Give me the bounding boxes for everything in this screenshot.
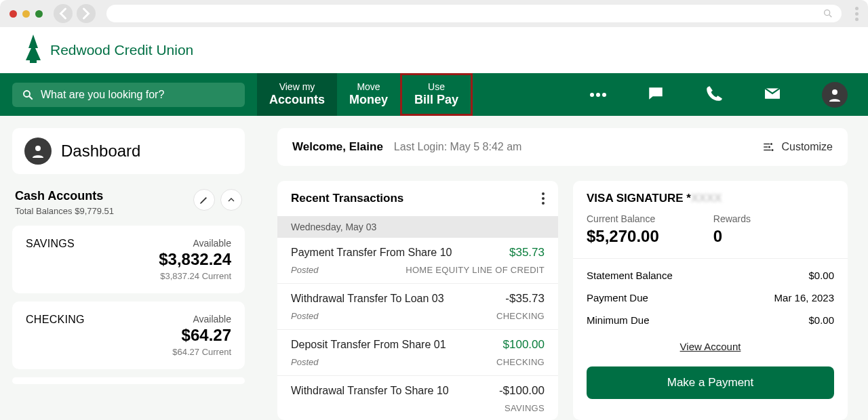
mail-icon[interactable] xyxy=(764,85,781,105)
brand-name: Redwood Credit Union xyxy=(50,42,193,58)
rewards-value: 0 xyxy=(713,227,751,246)
current-balance-label: Current Balance xyxy=(587,213,659,224)
browser-menu-icon[interactable] xyxy=(855,7,859,21)
window-controls xyxy=(9,10,43,18)
account-card-checking[interactable]: CHECKING Available $64.27 $64.27 Current xyxy=(12,301,245,369)
svg-point-5 xyxy=(35,146,41,151)
primary-nav: What are you looking for? View my Accoun… xyxy=(0,73,868,116)
back-button[interactable] xyxy=(54,4,73,23)
transaction-row[interactable]: Withdrawal Transfer To Share 10 -$100.00… xyxy=(277,376,558,420)
dashboard-title: Dashboard xyxy=(61,142,140,161)
account-card-savings[interactable]: SAVINGS Available $3,832.24 $3,837.24 Cu… xyxy=(12,226,245,293)
search-placeholder: What are you looking for? xyxy=(41,89,164,101)
chevron-up-icon xyxy=(226,194,237,205)
search-icon xyxy=(823,8,833,19)
rewards-label: Rewards xyxy=(713,213,751,224)
recent-transactions-panel: Recent Transactions Wednesday, May 03 Pa… xyxy=(277,181,558,420)
panel-menu-icon[interactable] xyxy=(542,192,545,205)
make-payment-button[interactable]: Make a Payment xyxy=(587,366,834,399)
person-icon xyxy=(24,138,52,165)
transaction-date: Wednesday, May 03 xyxy=(277,216,558,238)
brand-logo[interactable]: Redwood Credit Union xyxy=(23,35,193,66)
last-login: Last Login: May 5 8:42 am xyxy=(394,141,522,153)
svg-point-2 xyxy=(24,91,30,97)
view-account-link[interactable]: View Account xyxy=(680,341,741,352)
minimize-window-icon[interactable] xyxy=(22,10,30,18)
tree-icon xyxy=(23,35,43,66)
visa-row-minimum-due: Minimum Due$0.00 xyxy=(573,309,848,331)
visa-panel: VISA SIGNATURE *XXXX Current Balance $5,… xyxy=(573,181,848,420)
transaction-row[interactable]: Deposit Transfer From Share 01 $100.00 P… xyxy=(277,330,558,376)
nav-bill-pay[interactable]: Use Bill Pay xyxy=(400,73,473,116)
main-content: Welcome, Elaine Last Login: May 5 8:42 a… xyxy=(257,116,868,420)
profile-button[interactable] xyxy=(822,82,848,108)
pencil-icon xyxy=(199,194,210,205)
browser-chrome xyxy=(0,0,868,27)
chat-icon[interactable] xyxy=(647,85,665,105)
customize-button[interactable]: Customize xyxy=(762,141,833,153)
collapse-button[interactable] xyxy=(220,189,242,211)
more-menu-icon[interactable] xyxy=(590,93,606,97)
site-search-input[interactable]: What are you looking for? xyxy=(12,83,245,107)
welcome-greeting: Welcome, Elaine xyxy=(292,140,383,154)
svg-point-8 xyxy=(772,149,774,151)
svg-point-6 xyxy=(770,143,772,145)
cash-accounts-title: Cash Accounts xyxy=(15,189,114,203)
search-icon xyxy=(22,89,34,101)
transaction-row[interactable]: Payment Transfer From Share 10 $35.73 Po… xyxy=(277,238,558,284)
current-balance-value: $5,270.00 xyxy=(587,227,659,246)
welcome-bar: Welcome, Elaine Last Login: May 5 8:42 a… xyxy=(277,128,848,166)
transaction-row[interactable]: Withdrawal Transfer To Loan 03 -$35.73 P… xyxy=(277,284,558,330)
svg-line-3 xyxy=(29,96,33,100)
masked-account-number: XXXX xyxy=(691,192,722,205)
sidebar: Dashboard Cash Accounts Total Balances $… xyxy=(0,116,257,420)
person-icon xyxy=(827,87,843,103)
svg-point-4 xyxy=(832,89,837,95)
address-bar[interactable] xyxy=(106,5,842,22)
maximize-window-icon[interactable] xyxy=(35,10,43,18)
visa-row-payment-due: Payment DueMar 16, 2023 xyxy=(573,287,848,309)
edit-button[interactable] xyxy=(193,189,215,211)
site-header: Redwood Credit Union xyxy=(0,27,868,73)
svg-line-1 xyxy=(829,15,831,17)
visa-title: VISA SIGNATURE *XXXX xyxy=(573,181,848,208)
phone-icon[interactable] xyxy=(705,85,723,105)
svg-point-0 xyxy=(825,10,830,16)
close-window-icon[interactable] xyxy=(9,10,17,18)
dashboard-header: Dashboard xyxy=(12,128,245,174)
cash-accounts-header: Cash Accounts Total Balances $9,779.51 xyxy=(12,186,245,226)
sliders-icon xyxy=(762,141,774,153)
forward-button[interactable] xyxy=(77,4,96,23)
nav-accounts[interactable]: View my Accounts xyxy=(257,73,337,116)
svg-point-7 xyxy=(768,146,770,148)
nav-move-money[interactable]: Move Money xyxy=(337,73,400,116)
visa-row-statement: Statement Balance$0.00 xyxy=(573,264,848,287)
recent-transactions-title: Recent Transactions xyxy=(291,192,403,205)
account-card-placeholder xyxy=(12,377,245,384)
